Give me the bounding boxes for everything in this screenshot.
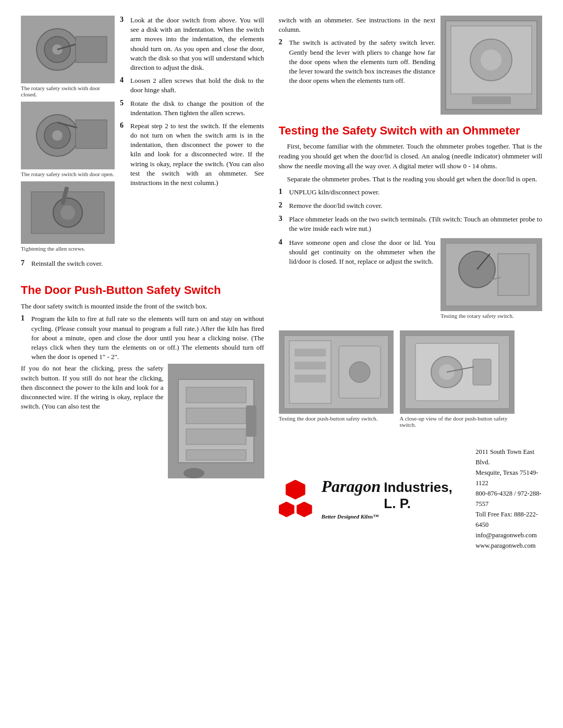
- industries-label: Industries, L. P.: [384, 479, 458, 512]
- door-push-title: The Door Push-Button Safety Switch: [21, 283, 264, 297]
- svg-rect-35: [498, 254, 529, 295]
- testing-section-title: Testing the Safety Switch with an Ohmmet…: [279, 124, 542, 138]
- paragon-logo-row: Paragon Industries, L. P.: [322, 477, 458, 512]
- ohm-step-3-num: 3: [279, 215, 286, 233]
- paragon-logo: Paragon: [322, 477, 381, 496]
- testing-para1: First, become familiar with the ohmmeter…: [279, 142, 542, 171]
- img-caption-3: Tightening the allen screws.: [21, 245, 115, 252]
- door-push-inline-img: [168, 364, 264, 478]
- address-line1: 2011 South Town East Blvd.: [475, 447, 542, 467]
- right-column: switch with an ohmmeter. See instruction…: [279, 16, 542, 712]
- left-column: The rotary safety switch with door close…: [21, 16, 264, 712]
- bottom-images-pair: Testing the door push-button safety swit…: [279, 330, 542, 432]
- step1-img-text-wrap: If you do not hear the clicking, press t…: [21, 364, 264, 478]
- ohm-step-4-img-caption: Testing the rotary safety switch.: [440, 313, 542, 319]
- rotary-switch-open-img: The rotary safety switch with door open.: [21, 102, 115, 181]
- door-push-intro: The door safety switch is mounted inside…: [21, 302, 264, 312]
- step-7: 7 Reinstall the switch cover.: [21, 259, 264, 268]
- bottom-img-2-caption: A close-up view of the door push-button …: [400, 415, 515, 428]
- step1-continuation: If you do not hear the clicking, press t…: [21, 364, 164, 411]
- right-ohm-step-3: 3 Place ohmmeter leads on the two switch…: [279, 215, 542, 233]
- hex-top: [286, 480, 305, 500]
- img-caption-1: The rotary safety switch with door close…: [21, 85, 115, 97]
- img-caption-2: The rotary safety switch with door open.: [21, 171, 115, 177]
- svg-rect-41: [295, 362, 326, 369]
- left-steps-3-6: 3 Look at the door switch from above. Yo…: [120, 16, 264, 256]
- ohm-step-4-img: Testing the rotary safety switch.: [440, 238, 542, 323]
- step-5: 5 Rotate the disk to change the position…: [120, 99, 264, 118]
- ohmmeter-before-img-text: switch with an ohmmeter. See instruction…: [279, 16, 435, 34]
- ohm-step-4-text: Have someone open and close the door or …: [289, 238, 435, 267]
- address-line2: Mesquite, Texas 75149-1122: [475, 467, 542, 488]
- ohm-step-4-text-wrap: 4 Have someone open and close the door o…: [279, 238, 435, 271]
- paragon-logo-text-group: Paragon Industries, L. P. Better Designe…: [322, 477, 458, 520]
- svg-rect-10: [76, 120, 107, 149]
- phone: 800-876-4328 / 972-288-7557: [475, 488, 542, 509]
- svg-point-44: [349, 362, 370, 382]
- right-top-text: switch with an ohmmeter. See instruction…: [279, 16, 435, 115]
- step1-text-part1: Program the kiln to fire at full rate so…: [31, 314, 264, 362]
- ohm-step-1-text: UNPLUG kiln/disconnect power.: [289, 188, 380, 197]
- svg-rect-20: [186, 408, 246, 424]
- right-ohm-step-2: 2 Remove the door/lid switch cover.: [279, 201, 542, 211]
- svg-rect-4: [76, 36, 107, 63]
- ohm-step-4-num: 4: [279, 238, 286, 267]
- svg-rect-30: [472, 96, 511, 104]
- step-6: 6 Repeat step 2 to test the switch. If t…: [120, 121, 264, 188]
- step-7-num: 7: [21, 259, 28, 268]
- step-7-text: Reinstall the switch cover.: [31, 259, 103, 268]
- right-ohm-step-1: 1 UNPLUG kiln/disconnect power.: [279, 188, 542, 197]
- step1-num: 1: [21, 314, 28, 362]
- hexagons-group: [279, 480, 312, 517]
- testing-safety-switch-section: Testing the Safety Switch with an Ohmmet…: [279, 118, 542, 327]
- right-step-ohmmeter-intro: switch with an ohmmeter. See instruction…: [279, 16, 435, 34]
- hex-bottom-pair: [279, 502, 312, 517]
- ohm-step-4-wrap: 4 Have someone open and close the door o…: [279, 238, 542, 323]
- ohm-step-1-num: 1: [279, 188, 286, 197]
- email: info@paragonweb.com: [475, 530, 542, 540]
- svg-rect-40: [295, 349, 326, 356]
- step-6-text: Repeat step 2 to test the switch. If the…: [130, 121, 264, 188]
- svg-point-29: [481, 50, 501, 70]
- step-3: 3 Look at the door switch from above. Yo…: [120, 16, 264, 72]
- step-4: 4 Loosen 2 allen screws that hold the di…: [120, 76, 264, 95]
- left-images-stack: The rotary safety switch with door close…: [21, 16, 115, 256]
- right-step-2-text: The switch is activated by the safety sw…: [289, 38, 435, 85]
- svg-rect-42: [295, 375, 326, 382]
- paragon-footer: Paragon Industries, L. P. Better Designe…: [279, 441, 542, 551]
- right-top-img: [440, 16, 542, 115]
- testing-para2: Separate the ohmmeter probes. That is th…: [279, 175, 542, 184]
- step-6-num: 6: [120, 121, 127, 188]
- better-designed-label: Better Designed Kilns™: [322, 513, 458, 520]
- svg-point-15: [60, 205, 75, 220]
- page: The rotary safety switch with door close…: [0, 0, 563, 728]
- step-4-num: 4: [120, 76, 127, 95]
- door-push-section: The Door Push-Button Safety Switch The d…: [21, 277, 264, 478]
- step-4-text: Loosen 2 allen screws that hold the disk…: [130, 76, 264, 95]
- fax: Toll Free Fax: 888-222-6450: [475, 509, 542, 530]
- svg-rect-21: [186, 429, 246, 445]
- hex-bottom-left: [279, 502, 295, 517]
- ohm-step-3-text: Place ohmmeter leads on the two switch t…: [289, 215, 542, 233]
- step-5-text: Rotate the disk to change the position o…: [130, 99, 264, 118]
- bottom-img-1: Testing the door push-button safety swit…: [279, 330, 394, 432]
- right-top-section: switch with an ohmmeter. See instruction…: [279, 16, 542, 115]
- ohm-step-2-text: Remove the door/lid switch cover.: [289, 201, 383, 211]
- step-3-text: Look at the door switch from above. You …: [130, 16, 264, 72]
- svg-rect-19: [186, 387, 246, 403]
- svg-rect-22: [186, 450, 246, 460]
- website: www.paragonweb.com: [475, 540, 542, 551]
- right-ohm-step-4: 4 Have someone open and close the door o…: [279, 238, 435, 267]
- bottom-img-1-caption: Testing the door push-button safety swit…: [279, 415, 394, 422]
- paragon-contact-info: 2011 South Town East Blvd. Mesquite, Tex…: [475, 447, 542, 551]
- tightening-allen-img: Tightening the allen screws.: [21, 181, 115, 256]
- door-push-step1: 1 Program the kiln to fire at full rate …: [21, 314, 264, 478]
- step-3-num: 3: [120, 16, 127, 72]
- svg-rect-50: [473, 359, 491, 385]
- bottom-img-2: A close-up view of the door push-button …: [400, 330, 515, 432]
- rotary-switch-closed-img: The rotary safety switch with door close…: [21, 16, 115, 102]
- svg-rect-23: [246, 405, 256, 437]
- hex-bottom-right: [297, 502, 312, 517]
- right-step-2: 2 The switch is activated by the safety …: [279, 38, 435, 85]
- step1-header: 1 Program the kiln to fire at full rate …: [21, 314, 264, 362]
